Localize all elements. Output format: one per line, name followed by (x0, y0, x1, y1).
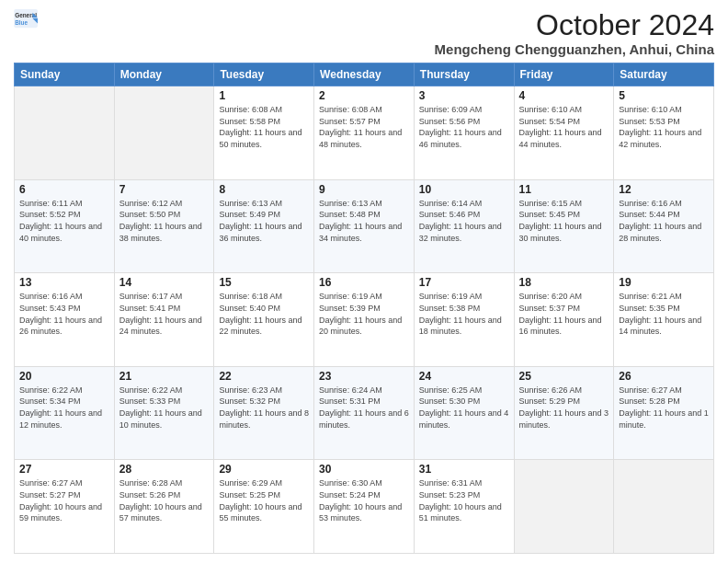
day-number: 7 (119, 183, 210, 196)
svg-text:Blue: Blue (15, 19, 28, 26)
day-info: Sunrise: 6:16 AM Sunset: 5:44 PM Dayligh… (619, 198, 709, 244)
subtitle: Mengcheng Chengguanzhen, Anhui, China (435, 41, 714, 57)
day-number: 13 (19, 276, 109, 289)
calendar-cell: 4Sunrise: 6:10 AM Sunset: 5:54 PM Daylig… (514, 86, 614, 180)
day-number: 15 (219, 276, 309, 289)
logo-icon: General Blue (14, 9, 40, 29)
day-info: Sunrise: 6:08 AM Sunset: 5:57 PM Dayligh… (319, 104, 409, 150)
day-number: 18 (519, 276, 609, 289)
day-info: Sunrise: 6:27 AM Sunset: 5:28 PM Dayligh… (619, 385, 709, 431)
day-info: Sunrise: 6:23 AM Sunset: 5:32 PM Dayligh… (219, 385, 309, 431)
calendar-cell (15, 86, 115, 180)
calendar-cell: 3Sunrise: 6:09 AM Sunset: 5:56 PM Daylig… (414, 86, 514, 180)
calendar-week-4: 20Sunrise: 6:22 AM Sunset: 5:34 PM Dayli… (15, 366, 714, 460)
calendar-cell: 7Sunrise: 6:12 AM Sunset: 5:50 PM Daylig… (114, 179, 214, 273)
calendar-cell: 12Sunrise: 6:16 AM Sunset: 5:44 PM Dayli… (614, 179, 714, 273)
day-info: Sunrise: 6:31 AM Sunset: 5:23 PM Dayligh… (419, 477, 509, 523)
day-info: Sunrise: 6:22 AM Sunset: 5:33 PM Dayligh… (119, 385, 210, 431)
day-info: Sunrise: 6:24 AM Sunset: 5:31 PM Dayligh… (319, 385, 409, 431)
calendar-cell (614, 460, 714, 554)
calendar-cell: 22Sunrise: 6:23 AM Sunset: 5:32 PM Dayli… (214, 366, 314, 460)
day-info: Sunrise: 6:14 AM Sunset: 5:46 PM Dayligh… (419, 198, 509, 244)
calendar-week-5: 27Sunrise: 6:27 AM Sunset: 5:27 PM Dayli… (15, 460, 714, 554)
calendar-cell: 20Sunrise: 6:22 AM Sunset: 5:34 PM Dayli… (15, 366, 115, 460)
day-number: 25 (519, 370, 609, 383)
calendar-cell: 14Sunrise: 6:17 AM Sunset: 5:41 PM Dayli… (114, 273, 214, 367)
title-section: October 2024 Mengcheng Chengguanzhen, An… (435, 9, 714, 57)
day-number: 24 (419, 370, 509, 383)
calendar-cell: 15Sunrise: 6:18 AM Sunset: 5:40 PM Dayli… (214, 273, 314, 367)
calendar-cell: 8Sunrise: 6:13 AM Sunset: 5:49 PM Daylig… (214, 179, 314, 273)
calendar-week-3: 13Sunrise: 6:16 AM Sunset: 5:43 PM Dayli… (15, 273, 714, 367)
day-number: 19 (619, 276, 709, 289)
calendar-cell: 1Sunrise: 6:08 AM Sunset: 5:58 PM Daylig… (214, 86, 314, 180)
day-number: 9 (319, 183, 409, 196)
day-number: 14 (119, 276, 210, 289)
day-info: Sunrise: 6:30 AM Sunset: 5:24 PM Dayligh… (319, 477, 409, 523)
calendar-cell: 18Sunrise: 6:20 AM Sunset: 5:37 PM Dayli… (514, 273, 614, 367)
day-info: Sunrise: 6:12 AM Sunset: 5:50 PM Dayligh… (119, 198, 210, 244)
logo: General Blue (14, 9, 40, 29)
day-number: 20 (19, 370, 109, 383)
day-number: 23 (319, 370, 409, 383)
calendar-table: Sunday Monday Tuesday Wednesday Thursday… (14, 63, 714, 554)
calendar-cell: 9Sunrise: 6:13 AM Sunset: 5:48 PM Daylig… (314, 179, 415, 273)
col-friday: Friday (514, 63, 614, 86)
day-info: Sunrise: 6:19 AM Sunset: 5:39 PM Dayligh… (319, 291, 409, 337)
day-info: Sunrise: 6:10 AM Sunset: 5:54 PM Dayligh… (519, 104, 609, 150)
calendar-cell: 28Sunrise: 6:28 AM Sunset: 5:26 PM Dayli… (114, 460, 214, 554)
day-info: Sunrise: 6:26 AM Sunset: 5:29 PM Dayligh… (519, 385, 609, 431)
day-number: 8 (219, 183, 309, 196)
day-number: 22 (219, 370, 309, 383)
day-info: Sunrise: 6:25 AM Sunset: 5:30 PM Dayligh… (419, 385, 509, 431)
day-number: 11 (519, 183, 609, 196)
day-number: 28 (119, 463, 210, 476)
calendar-cell: 13Sunrise: 6:16 AM Sunset: 5:43 PM Dayli… (15, 273, 115, 367)
day-number: 6 (19, 183, 109, 196)
calendar-cell: 5Sunrise: 6:10 AM Sunset: 5:53 PM Daylig… (614, 86, 714, 180)
day-info: Sunrise: 6:13 AM Sunset: 5:49 PM Dayligh… (219, 198, 309, 244)
day-info: Sunrise: 6:16 AM Sunset: 5:43 PM Dayligh… (19, 291, 109, 337)
day-number: 3 (419, 89, 509, 102)
day-number: 10 (419, 183, 509, 196)
day-number: 1 (219, 89, 309, 102)
day-info: Sunrise: 6:20 AM Sunset: 5:37 PM Dayligh… (519, 291, 609, 337)
day-number: 31 (419, 463, 509, 476)
day-info: Sunrise: 6:22 AM Sunset: 5:34 PM Dayligh… (19, 385, 109, 431)
page: General Blue October 2024 Mengcheng Chen… (0, 0, 728, 563)
col-sunday: Sunday (15, 63, 115, 86)
day-number: 12 (619, 183, 709, 196)
calendar-cell: 21Sunrise: 6:22 AM Sunset: 5:33 PM Dayli… (114, 366, 214, 460)
calendar-cell: 31Sunrise: 6:31 AM Sunset: 5:23 PM Dayli… (414, 460, 514, 554)
calendar-cell: 24Sunrise: 6:25 AM Sunset: 5:30 PM Dayli… (414, 366, 514, 460)
calendar-week-2: 6Sunrise: 6:11 AM Sunset: 5:52 PM Daylig… (15, 179, 714, 273)
day-info: Sunrise: 6:11 AM Sunset: 5:52 PM Dayligh… (19, 198, 109, 244)
day-number: 4 (519, 89, 609, 102)
day-info: Sunrise: 6:19 AM Sunset: 5:38 PM Dayligh… (419, 291, 509, 337)
col-monday: Monday (114, 63, 214, 86)
calendar-cell: 17Sunrise: 6:19 AM Sunset: 5:38 PM Dayli… (414, 273, 514, 367)
calendar-header-row: Sunday Monday Tuesday Wednesday Thursday… (15, 63, 714, 86)
day-info: Sunrise: 6:08 AM Sunset: 5:58 PM Dayligh… (219, 104, 309, 150)
day-number: 5 (619, 89, 709, 102)
day-info: Sunrise: 6:10 AM Sunset: 5:53 PM Dayligh… (619, 104, 709, 150)
day-info: Sunrise: 6:27 AM Sunset: 5:27 PM Dayligh… (19, 477, 109, 523)
day-info: Sunrise: 6:21 AM Sunset: 5:35 PM Dayligh… (619, 291, 709, 337)
calendar-cell: 27Sunrise: 6:27 AM Sunset: 5:27 PM Dayli… (15, 460, 115, 554)
calendar-week-1: 1Sunrise: 6:08 AM Sunset: 5:58 PM Daylig… (15, 86, 714, 180)
calendar-cell: 23Sunrise: 6:24 AM Sunset: 5:31 PM Dayli… (314, 366, 415, 460)
calendar-cell: 19Sunrise: 6:21 AM Sunset: 5:35 PM Dayli… (614, 273, 714, 367)
calendar-cell (114, 86, 214, 180)
calendar-cell: 29Sunrise: 6:29 AM Sunset: 5:25 PM Dayli… (214, 460, 314, 554)
day-info: Sunrise: 6:18 AM Sunset: 5:40 PM Dayligh… (219, 291, 309, 337)
day-number: 26 (619, 370, 709, 383)
calendar-cell: 16Sunrise: 6:19 AM Sunset: 5:39 PM Dayli… (314, 273, 415, 367)
calendar-cell: 30Sunrise: 6:30 AM Sunset: 5:24 PM Dayli… (314, 460, 415, 554)
day-number: 27 (19, 463, 109, 476)
day-info: Sunrise: 6:09 AM Sunset: 5:56 PM Dayligh… (419, 104, 509, 150)
day-info: Sunrise: 6:28 AM Sunset: 5:26 PM Dayligh… (119, 477, 210, 523)
day-number: 17 (419, 276, 509, 289)
col-saturday: Saturday (614, 63, 714, 86)
calendar-cell: 2Sunrise: 6:08 AM Sunset: 5:57 PM Daylig… (314, 86, 415, 180)
day-info: Sunrise: 6:15 AM Sunset: 5:45 PM Dayligh… (519, 198, 609, 244)
